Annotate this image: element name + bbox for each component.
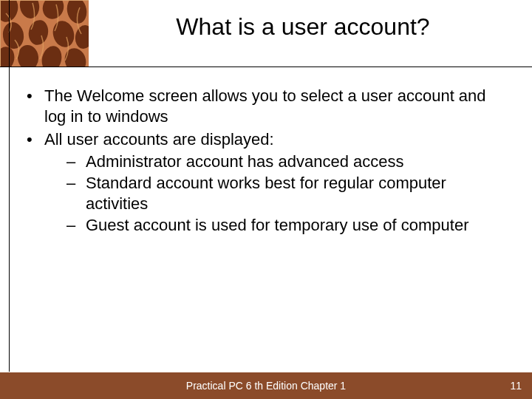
vertical-divider — [9, 0, 10, 372]
sub-bullet-item: Administrator account has advanced acces… — [44, 151, 510, 172]
decorative-corner-image — [0, 0, 89, 66]
slide-title: What is a user account? — [96, 13, 510, 58]
sub-bullet-item: Guest account is used for temporary use … — [44, 215, 510, 236]
slide-body: The Welcome screen allows you to select … — [22, 86, 510, 239]
page-number: 11 — [510, 372, 522, 399]
bullet-text: The Welcome screen allows you to select … — [44, 86, 486, 126]
sub-bullet-list: Administrator account has advanced acces… — [44, 151, 510, 236]
sub-bullet-text: Standard account works best for regular … — [86, 174, 446, 213]
bullet-text: All user accounts are displayed: — [44, 130, 274, 149]
bullet-list: The Welcome screen allows you to select … — [22, 86, 510, 236]
horizontal-divider — [0, 66, 532, 67]
bullet-item: The Welcome screen allows you to select … — [22, 86, 510, 126]
sub-bullet-text: Administrator account has advanced acces… — [86, 152, 403, 171]
bullet-item: All user accounts are displayed: Adminis… — [22, 129, 510, 236]
sub-bullet-item: Standard account works best for regular … — [44, 173, 510, 214]
footer-text: Practical PC 6 th Edition Chapter 1 — [0, 372, 532, 399]
slide: What is a user account? The Welcome scre… — [0, 0, 532, 399]
sub-bullet-text: Guest account is used for temporary use … — [86, 216, 468, 234]
